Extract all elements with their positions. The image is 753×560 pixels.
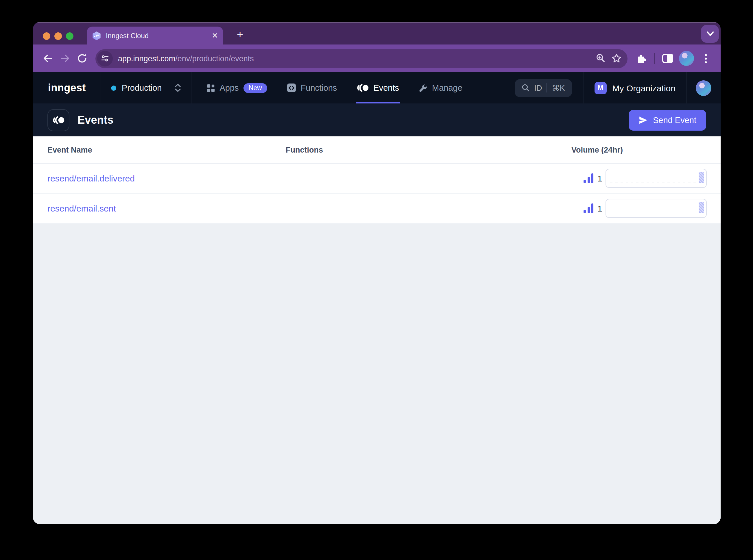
address-bar[interactable]: app.inngest.com/env/production/events (95, 49, 627, 68)
volume-cell: 1 (572, 169, 707, 188)
page-header: Events Send Event (33, 103, 721, 136)
tab-title: Inngest Cloud (106, 32, 207, 40)
kebab-menu-icon (704, 54, 707, 63)
events-table: Event Name Functions Volume (24hr) resen… (33, 136, 721, 524)
close-window-button[interactable] (43, 32, 50, 40)
puzzle-icon (635, 53, 647, 64)
volume-sparkline (605, 169, 707, 188)
forward-arrow-icon (59, 53, 70, 64)
browser-window: Inngest Cloud ✕ + (33, 22, 721, 524)
side-panel-button[interactable] (660, 51, 675, 66)
tab-search-button[interactable] (701, 25, 719, 43)
window-controls (43, 32, 74, 40)
organization-avatar: M (595, 82, 607, 94)
zoom-in-icon[interactable] (595, 53, 606, 64)
zoom-window-button[interactable] (66, 32, 74, 40)
event-name-link[interactable]: resend/email.sent (47, 203, 116, 213)
search-shortcut-keys: ⌘K (552, 83, 565, 93)
nav-spacer (478, 72, 515, 103)
inngest-favicon (92, 31, 101, 40)
volume-count: 1 (583, 173, 602, 183)
send-event-label: Send Event (653, 115, 696, 124)
new-badge: New (244, 83, 267, 93)
back-button[interactable] (40, 51, 55, 66)
sparkline-bar (699, 201, 704, 213)
page-title: Events (77, 114, 114, 126)
nav-item-events[interactable]: Events (356, 72, 399, 103)
chevron-down-icon (706, 31, 714, 36)
send-event-button[interactable]: Send Event (629, 109, 706, 130)
reload-icon (77, 53, 87, 64)
volume-cell: 1 (572, 199, 707, 218)
column-volume: Volume (24hr) (572, 145, 707, 154)
nav-item-label: Apps (219, 83, 238, 93)
nav-item-functions[interactable]: Functions (287, 72, 337, 103)
column-functions: Functions (286, 145, 572, 154)
nav-item-label: Manage (432, 83, 462, 93)
updown-chevrons-icon (174, 84, 181, 92)
apps-grid-icon (206, 83, 215, 92)
event-name-link[interactable]: resend/email.delivered (47, 173, 135, 183)
browser-profile-avatar[interactable] (679, 51, 694, 66)
environment-label: Production (122, 83, 162, 93)
tab-close-icon[interactable]: ✕ (212, 32, 218, 39)
inngest-logo[interactable]: inngest (33, 72, 101, 103)
page-header-left: Events (47, 109, 114, 131)
tune-icon (101, 54, 109, 62)
table-row[interactable]: resend/email.delivered 1 (33, 163, 721, 194)
back-arrow-icon (42, 53, 53, 64)
volume-sparkline (605, 199, 707, 218)
browser-menu-button[interactable] (698, 51, 713, 66)
search-icon (522, 84, 530, 92)
url-path: /env/production/events (175, 54, 254, 63)
bar-chart-icon (583, 173, 593, 183)
volume-value: 1 (597, 173, 602, 183)
nav-items: Apps New Functions Events (191, 72, 477, 103)
nav-item-apps[interactable]: Apps New (206, 72, 267, 103)
nav-item-label: Functions (301, 83, 337, 93)
minimize-window-button[interactable] (54, 32, 62, 40)
sparkline-bar (699, 171, 704, 183)
send-icon (638, 116, 648, 124)
wrench-icon (419, 83, 427, 92)
url-text: app.inngest.com/env/production/events (118, 54, 590, 63)
table-row[interactable]: resend/email.sent 1 (33, 194, 721, 224)
site-settings-button[interactable] (97, 51, 113, 66)
nav-item-manage[interactable]: Manage (419, 72, 462, 103)
organization-menu[interactable]: M My Organization (584, 72, 686, 103)
tab-strip: Inngest Cloud ✕ + (33, 22, 721, 44)
search-divider (547, 83, 547, 93)
reload-button[interactable] (75, 51, 90, 66)
toolbar-divider (654, 53, 655, 64)
organization-name: My Organization (613, 83, 676, 93)
environment-status-dot (111, 85, 117, 91)
app-navbar: inngest Production Apps New (33, 72, 721, 103)
volume-value: 1 (597, 203, 602, 213)
user-menu[interactable] (687, 72, 721, 103)
sparkline-baseline (610, 182, 697, 183)
column-event-name: Event Name (47, 145, 286, 154)
table-header: Event Name Functions Volume (24hr) (33, 136, 721, 163)
search-shortcut[interactable]: ID ⌘K (515, 79, 572, 97)
sparkline-baseline (610, 213, 697, 213)
bar-chart-icon (583, 203, 593, 213)
url-host: app.inngest.com (118, 54, 175, 63)
events-stream-icon (356, 83, 369, 93)
side-panel-icon (662, 54, 673, 63)
bookmark-star-icon[interactable] (611, 53, 621, 64)
functions-code-icon (287, 83, 296, 93)
volume-count: 1 (583, 203, 602, 213)
empty-area (33, 224, 721, 524)
events-icon-box (47, 109, 70, 131)
screen: Inngest Cloud ✕ + (0, 0, 753, 560)
nav-item-label: Events (373, 83, 399, 93)
environment-selector[interactable]: Production (101, 72, 191, 103)
browser-toolbar: app.inngest.com/env/production/events (33, 44, 721, 72)
extensions-button[interactable] (634, 51, 649, 66)
events-stream-icon (52, 115, 64, 124)
new-tab-button[interactable]: + (232, 26, 248, 43)
user-avatar (696, 80, 711, 96)
browser-tab[interactable]: Inngest Cloud ✕ (87, 26, 223, 44)
search-id-label: ID (534, 83, 542, 92)
forward-button[interactable] (57, 51, 72, 66)
